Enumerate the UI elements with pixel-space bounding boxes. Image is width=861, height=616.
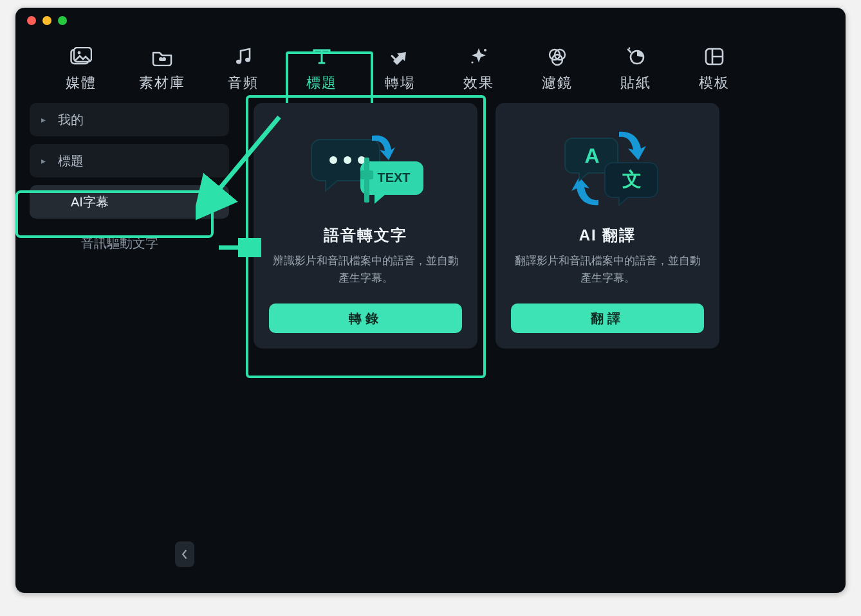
tab-sticker[interactable]: 貼紙 — [615, 46, 656, 93]
sidebar-item-label: 音訊驅動文字 — [81, 235, 158, 252]
caret-right-icon: ▸ — [41, 114, 50, 125]
sidebar-item-label: 標題 — [58, 152, 84, 170]
content-area: TEXT 語音轉文字 辨識影片和音訊檔案中的語音，並自動產生字幕。 轉錄 — [241, 96, 846, 572]
svg-point-7 — [245, 58, 250, 62]
sidebar-item-ai-subtitle[interactable]: AI字幕 — [30, 185, 229, 219]
transition-icon — [387, 46, 413, 67]
svg-point-9 — [471, 61, 473, 63]
tab-media[interactable]: 媒體 — [60, 46, 102, 93]
tab-label: 轉場 — [385, 73, 416, 93]
app-window: 媒體 素材庫 音頻 — [15, 8, 846, 593]
tab-label: 標題 — [306, 73, 337, 93]
sparkle-icon — [466, 46, 492, 67]
card-ai-translate: A 文 AI 翻譯 翻譯影片和音訊檔案中的語音，並自動產生字幕。 翻譯 — [495, 103, 719, 349]
svg-rect-5 — [160, 59, 165, 61]
tab-filter[interactable]: 濾鏡 — [537, 46, 578, 93]
card-speech-to-text: TEXT 語音轉文字 辨識影片和音訊檔案中的語音，並自動產生字幕。 轉錄 — [254, 103, 477, 349]
sidebar-collapse-button[interactable] — [175, 541, 194, 567]
svg-point-18 — [329, 156, 337, 164]
tab-label: 模板 — [699, 73, 730, 93]
top-tabstrip: 媒體 素材庫 音頻 — [15, 33, 846, 96]
svg-text:TEXT: TEXT — [377, 170, 410, 185]
svg-text:A: A — [584, 144, 599, 167]
sidebar-item-label: 我的 — [58, 111, 84, 129]
tab-label: 素材庫 — [139, 73, 185, 93]
caret-right-icon: ▸ — [41, 156, 50, 166]
folder-cloud-icon — [149, 46, 175, 67]
media-icon — [68, 46, 94, 67]
tab-audio[interactable]: 音頻 — [223, 46, 264, 93]
tab-label: 媒體 — [66, 73, 97, 93]
svg-text:文: 文 — [622, 168, 642, 190]
svg-point-14 — [629, 48, 631, 50]
svg-point-8 — [484, 49, 486, 51]
card-title: 語音轉文字 — [324, 225, 407, 246]
tab-label: 貼紙 — [620, 73, 651, 93]
main-body: ▸ 我的 ▸ 標題 AI字幕 音訊驅動文字 — [15, 96, 846, 572]
svg-point-2 — [78, 51, 81, 55]
svg-point-19 — [344, 156, 351, 164]
sidebar-item-audio-driven[interactable]: 音訊驅動文字 — [30, 226, 229, 260]
chevron-left-icon — [181, 549, 188, 559]
layout-icon — [701, 46, 727, 67]
tab-label: 音頻 — [228, 73, 259, 93]
text-t-icon — [309, 46, 335, 67]
window-title-bar — [15, 8, 846, 33]
svg-rect-23 — [360, 170, 373, 179]
sidebar: ▸ 我的 ▸ 標題 AI字幕 音訊驅動文字 — [15, 96, 241, 572]
svg-rect-22 — [364, 158, 369, 203]
window-close-icon[interactable] — [27, 16, 36, 25]
translate-illustration-icon: A 文 — [511, 117, 704, 220]
tab-label: 濾鏡 — [542, 73, 573, 93]
tab-title[interactable]: 標題 — [301, 46, 342, 93]
window-zoom-icon[interactable] — [58, 16, 67, 25]
tab-label: 效果 — [463, 73, 494, 93]
translate-button[interactable]: 翻譯 — [511, 303, 704, 333]
music-note-icon — [230, 46, 256, 67]
window-minimize-icon[interactable] — [42, 16, 51, 25]
card-title: AI 翻譯 — [579, 225, 636, 246]
stt-illustration-icon: TEXT — [269, 117, 462, 220]
transcribe-button[interactable]: 轉錄 — [269, 303, 462, 333]
tab-effect[interactable]: 效果 — [458, 46, 499, 93]
filter-venn-icon — [544, 46, 570, 67]
card-desc: 翻譯影片和音訊檔案中的語音，並自動產生字幕。 — [511, 252, 704, 287]
sidebar-item-label: AI字幕 — [71, 194, 109, 211]
card-desc: 辨識影片和音訊檔案中的語音，並自動產生字幕。 — [269, 252, 462, 287]
sticker-wand-icon — [623, 46, 649, 67]
tab-template[interactable]: 模板 — [694, 46, 735, 93]
tab-stock[interactable]: 素材庫 — [139, 46, 185, 93]
sidebar-item-titles[interactable]: ▸ 標題 — [30, 144, 229, 177]
sidebar-item-mine[interactable]: ▸ 我的 — [30, 103, 229, 136]
tab-transition[interactable]: 轉場 — [380, 46, 421, 93]
svg-point-6 — [236, 60, 241, 64]
